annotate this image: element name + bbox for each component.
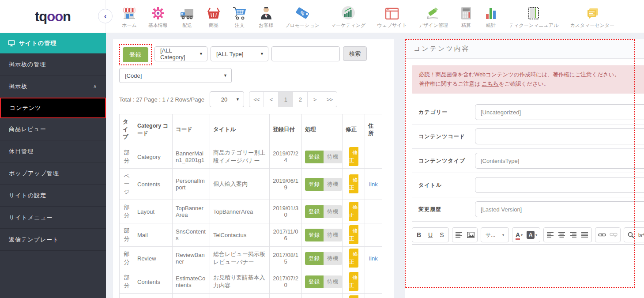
nav-item-10[interactable]: 精算 bbox=[454, 4, 478, 29]
pager-button-4[interactable]: > bbox=[308, 92, 322, 107]
search-button[interactable]: 検索 bbox=[343, 46, 367, 61]
line-height-icon[interactable] bbox=[453, 229, 465, 241]
table-column-header: 修正 bbox=[343, 114, 365, 145]
rows-per-page-select[interactable]: 20 ▼ bbox=[210, 91, 244, 107]
image-icon[interactable] bbox=[465, 229, 476, 241]
field-select[interactable]: [ContentsType] bbox=[475, 153, 644, 169]
pager-button-2[interactable]: 1 bbox=[279, 92, 293, 107]
cell-edit: 修正 bbox=[343, 169, 365, 200]
table-row: 部分MailSnsContentsTelContactus2017/11/06登… bbox=[120, 223, 382, 247]
category-filter-select[interactable]: [ALL Category] ▼ bbox=[154, 46, 207, 61]
row-link[interactable]: link bbox=[369, 255, 378, 262]
standby-status-button[interactable]: 待機 bbox=[324, 275, 342, 288]
link-icon[interactable] bbox=[596, 229, 608, 241]
field-input[interactable] bbox=[475, 177, 644, 193]
sidebar-collapse-button[interactable]: ‹ bbox=[98, 9, 113, 23]
row-link[interactable]: link bbox=[369, 181, 378, 188]
pager-button-5[interactable]: >> bbox=[322, 92, 337, 107]
truck-icon bbox=[179, 4, 195, 20]
form-row-3: タイトル bbox=[412, 173, 644, 197]
edit-button[interactable]: 修正 bbox=[349, 249, 358, 268]
bold-icon[interactable]: B bbox=[413, 229, 425, 241]
standby-status-button[interactable]: 待機 bbox=[324, 205, 342, 218]
search-icon[interactable] bbox=[625, 229, 636, 241]
standby-status-button[interactable]: 待機 bbox=[324, 151, 342, 163]
edit-button[interactable]: 修正 bbox=[349, 225, 358, 244]
sidebar-item-5[interactable]: ポップアップ管理 bbox=[0, 162, 106, 185]
edit-button[interactable]: 修正 bbox=[349, 272, 358, 291]
pager-button-1[interactable]: < bbox=[264, 92, 279, 107]
sidebar-item-1[interactable]: 掲示板∧ bbox=[0, 75, 106, 98]
code-filter-select[interactable]: [Code] ▼ bbox=[119, 68, 232, 83]
font-size-dropdown[interactable]: サ...▾ bbox=[482, 229, 508, 241]
cell-date: 2017/08/15 bbox=[270, 247, 302, 270]
cell-link bbox=[365, 223, 382, 247]
nav-item-7[interactable]: マーケティング bbox=[325, 4, 372, 29]
keyword-input[interactable] bbox=[271, 46, 340, 61]
store-icon bbox=[122, 4, 137, 20]
nav-item-5[interactable]: お客様 bbox=[253, 4, 279, 29]
align-left-icon[interactable] bbox=[545, 229, 556, 241]
sidebar-item-4[interactable]: 休日管理 bbox=[0, 140, 106, 162]
register-status-button[interactable]: 登録 bbox=[305, 178, 324, 191]
register-status-button[interactable]: 登録 bbox=[305, 275, 324, 288]
edit-button[interactable]: 修正 bbox=[349, 202, 358, 221]
cell-code: PersonalImport bbox=[173, 169, 210, 200]
edit-button[interactable]: 修正 bbox=[349, 295, 358, 298]
align-right-icon[interactable] bbox=[568, 229, 579, 241]
replace-icon[interactable]: b⇄a bbox=[636, 229, 644, 241]
sidebar-item-2[interactable]: コンテンツ bbox=[0, 98, 106, 118]
standby-status-button[interactable]: 待機 bbox=[324, 252, 342, 265]
nav-item-1[interactable]: 基本情報 bbox=[143, 4, 173, 29]
register-status-button[interactable]: 登録 bbox=[305, 229, 324, 241]
align-center-icon[interactable] bbox=[556, 229, 568, 241]
sidebar-item-7[interactable]: サイトメニュー bbox=[0, 207, 106, 229]
logo[interactable]: tqoon bbox=[35, 9, 71, 25]
standby-status-button[interactable]: 待機 bbox=[324, 178, 342, 191]
sidebar-item-8[interactable]: 返信テンプレート bbox=[0, 229, 106, 251]
strikethrough-icon[interactable]: S bbox=[436, 229, 448, 241]
nav-item-4[interactable]: 注文 bbox=[226, 4, 253, 29]
register-status-button[interactable]: 登録 bbox=[305, 151, 324, 163]
nav-item-13[interactable]: カスタマーセンター bbox=[564, 4, 620, 29]
sidebar-item-6[interactable]: サイトの設定 bbox=[0, 185, 106, 207]
nav-item-0[interactable]: ホーム bbox=[116, 4, 143, 29]
register-status-button[interactable]: 登録 bbox=[305, 205, 324, 218]
font-size-label: サ... bbox=[486, 231, 495, 239]
cell-actions: 登録待機 bbox=[302, 223, 343, 247]
nav-item-9[interactable]: デザイン管理 bbox=[413, 4, 454, 29]
pager-button-3[interactable]: 2 bbox=[293, 92, 308, 107]
align-justify-icon[interactable] bbox=[579, 229, 591, 241]
nav-item-6[interactable]: % プロモーション bbox=[279, 4, 325, 29]
nav-item-3[interactable]: 商品 bbox=[201, 4, 226, 29]
standby-status-button[interactable]: 待機 bbox=[324, 229, 342, 241]
chevron-left-icon: ‹ bbox=[104, 12, 107, 21]
unlink-icon[interactable] bbox=[608, 229, 619, 241]
copyright-detail-link[interactable]: こちら bbox=[482, 81, 498, 87]
field-select[interactable]: [Lasted Version] bbox=[475, 201, 644, 217]
field-input[interactable] bbox=[475, 128, 644, 144]
cell-code: EstimateContents bbox=[173, 270, 210, 294]
pager-button-0[interactable]: << bbox=[249, 92, 264, 107]
editor-content-area[interactable] bbox=[412, 244, 644, 298]
nav-item-2[interactable]: 配送 bbox=[173, 4, 201, 29]
cell-category: Category bbox=[134, 145, 173, 169]
register-status-button[interactable]: 登録 bbox=[305, 252, 324, 265]
top-nav: ホーム 基本情報 配送 商品 注文 お客様% プロモーション マーケティング ウ… bbox=[116, 0, 620, 33]
type-filter-select[interactable]: [ALL Type] ▼ bbox=[211, 46, 268, 61]
text-color-icon[interactable]: A▾ bbox=[513, 229, 525, 241]
contents-form: カテゴリー [Uncategorized]コンテンツコード コンテンツタイプ [… bbox=[412, 100, 644, 222]
edit-button[interactable]: 修正 bbox=[349, 147, 358, 166]
register-button[interactable]: 登録 bbox=[123, 47, 148, 62]
field-select[interactable]: [Uncategorized] bbox=[475, 104, 644, 120]
bg-color-icon[interactable]: A▾ bbox=[525, 229, 539, 241]
sidebar-header-site-management[interactable]: サイトの管理 bbox=[0, 33, 106, 53]
underline-icon[interactable]: U bbox=[425, 229, 436, 241]
nav-item-12[interactable]: ティクーンマニュアル bbox=[503, 4, 564, 29]
nav-item-8[interactable]: ウェブサイト bbox=[371, 4, 413, 29]
sidebar-item-0[interactable]: 掲示板の管理 bbox=[0, 53, 106, 75]
toolbar-group: b⇄a bbox=[624, 227, 644, 242]
sidebar-item-3[interactable]: 商品レビュー bbox=[0, 118, 106, 140]
nav-item-11[interactable]: 統計 bbox=[478, 4, 503, 29]
edit-button[interactable]: 修正 bbox=[349, 174, 358, 193]
